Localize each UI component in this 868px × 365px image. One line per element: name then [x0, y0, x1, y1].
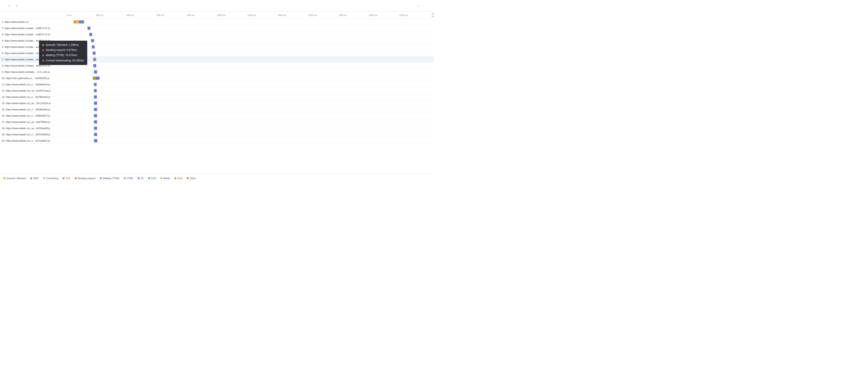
table-row[interactable]: 13. https://www.elastic.co/_n... 8a79ba4…	[0, 94, 434, 100]
bar-segment	[95, 71, 97, 74]
legend-dot	[175, 177, 176, 179]
time-tick: 1200 ms	[247, 14, 256, 16]
legend-item: Font	[175, 177, 182, 179]
legend-label: DNS	[33, 177, 38, 179]
resource-label: 9. https://www.elastic.co/static-...3.3.…	[0, 71, 69, 73]
table-row[interactable]: 5. https://www.elastic.co/stati... woff2…	[0, 44, 434, 50]
legend: Queued / BlockedDNSConnectingTLSSending …	[0, 174, 434, 182]
table-row[interactable]: 6. https://www.elastic.co/stati... woff2…	[0, 50, 434, 56]
resource-label: 8. https://www.elastic.co/stati... woff2…	[0, 64, 69, 67]
resource-bar	[94, 127, 97, 130]
resource-bar	[74, 20, 84, 24]
resource-label: 15. https://www.elastic.co/_n... 3628d16…	[0, 108, 69, 111]
table-row[interactable]: 16. https://www.elastic.co/_n... 405b938…	[0, 113, 434, 119]
legend-item: CSS	[148, 177, 156, 179]
table-row[interactable]: 9. https://www.elastic.co/static-...3.3.…	[0, 69, 434, 75]
legend-dot	[124, 177, 126, 179]
resource-bar	[94, 114, 97, 117]
bar-segment	[94, 64, 96, 67]
legend-label: Connecting	[46, 177, 58, 179]
table-row[interactable]: 4. https://www.elastic.co/stati... woff2…	[0, 37, 434, 44]
previous-check-link[interactable]: ‹	[418, 4, 420, 7]
table-row[interactable]: 19. https://www.elastic.co/_n... 9a7b796…	[0, 131, 434, 138]
table-row[interactable]: 3. https://www.elastic.co/stati... woff2…	[0, 31, 434, 37]
bar-segment	[75, 20, 79, 24]
resource-bar	[94, 71, 97, 74]
table-row[interactable]: 20. https://www.elastic.co/_n... b27ced6…	[0, 138, 434, 144]
resource-bar-area	[69, 69, 434, 75]
resource-label: 11. https://www.elastic.co/_n... a54a9e0…	[0, 83, 69, 86]
resource-label: 3. https://www.elastic.co/stati... woff2…	[0, 33, 69, 36]
bar-segment	[95, 108, 97, 111]
table-row[interactable]: 10. https://cdn.optimizely.co... 1329203…	[0, 75, 434, 81]
header: ‹ › ‹	[0, 0, 434, 11]
resource-label: 14. https://www.elastic.co/_ne...32c1d1b…	[0, 102, 69, 105]
legend-label: JS	[141, 177, 144, 179]
bar-segment	[74, 20, 75, 24]
resource-bar-area	[69, 81, 434, 87]
legend-label: Queued / Blocked	[6, 177, 26, 179]
legend-item: Waiting (TTFB)	[100, 177, 119, 179]
resource-bar-area	[69, 88, 434, 93]
table-row[interactable]: 2. https://www.elastic.co/stati... woff2…	[0, 25, 434, 31]
bar-segment	[92, 39, 94, 42]
resource-label: 2. https://www.elastic.co/stati... woff2…	[0, 27, 69, 29]
legend-item: Media	[160, 177, 170, 179]
time-tick: 0 ms	[67, 14, 72, 16]
bar-segment	[94, 58, 96, 61]
legend-dot	[100, 177, 102, 179]
bar-segment	[95, 95, 97, 99]
resource-bar	[94, 83, 97, 86]
resource-bar	[94, 108, 97, 111]
bar-segment	[80, 20, 83, 24]
legend-label: Font	[177, 177, 182, 179]
bar-segment	[95, 102, 97, 105]
resource-bar-area	[69, 37, 434, 44]
resource-bar-area	[69, 25, 434, 31]
table-row[interactable]: 11. https://www.elastic.co/_n... a54a9e0…	[0, 81, 434, 88]
timeline-container[interactable]: 0 ms200 ms400 ms600 ms800 ms1000 ms1200 …	[0, 11, 434, 174]
resource-bar-area	[69, 44, 434, 50]
table-row[interactable]: 1. https://www.elastic.co/	[0, 19, 434, 25]
bar-segment	[95, 83, 97, 86]
bar-segment	[95, 114, 97, 117]
legend-item: HTML	[124, 177, 133, 179]
bar-segment	[95, 120, 97, 123]
resource-label: 13. https://www.elastic.co/_n... 8a79ba4…	[0, 95, 69, 98]
table-row[interactable]: 14. https://www.elastic.co/_ne...32c1d1b…	[0, 100, 434, 106]
table-row[interactable]: 17. https://www.elastic.co/_ne...b2b70f9…	[0, 119, 434, 125]
bar-segment	[89, 27, 90, 30]
time-tick: 1400 ms	[278, 14, 286, 16]
resource-bar	[93, 77, 99, 80]
resource-bar	[94, 102, 97, 105]
table-row[interactable]: 12. https://www.elastic.co/_ne...6c0317c…	[0, 88, 434, 94]
next-step-button[interactable]: ›	[14, 3, 18, 8]
legend-label: Sending request	[78, 177, 95, 179]
resource-bar	[93, 64, 96, 67]
bar-segment	[95, 89, 97, 92]
main-content: 0 ms200 ms400 ms600 ms800 ms1000 ms1200 …	[0, 11, 434, 182]
resource-label: 20. https://www.elastic.co/_n... b27ced6…	[0, 139, 69, 142]
time-tick: 600 ms	[157, 14, 164, 16]
resource-bar	[92, 45, 95, 49]
resource-bar	[94, 89, 97, 92]
resource-bar-area	[69, 62, 434, 68]
table-row[interactable]: 8. https://www.elastic.co/stati... woff2…	[0, 62, 434, 69]
legend-item: DNS	[30, 177, 38, 179]
resource-bar	[88, 27, 90, 30]
prev-step-button[interactable]: ‹	[7, 3, 11, 8]
legend-label: Other	[190, 177, 196, 179]
resource-label: 6. https://www.elastic.co/stati... woff2…	[0, 52, 69, 55]
bar-segment	[93, 45, 95, 49]
table-row[interactable]: 15. https://www.elastic.co/_n... 3628d16…	[0, 106, 434, 113]
legend-dot	[75, 177, 76, 179]
table-row[interactable]: 18. https://www.elastic.co/_ne...fe293ea…	[0, 125, 434, 131]
resource-bar	[91, 39, 94, 42]
resource-bar-area	[69, 50, 434, 56]
resource-bar-area	[69, 125, 434, 131]
bar-segment	[95, 127, 97, 130]
resource-bar	[94, 95, 97, 99]
table-row[interactable]: 7. https://www.elastic.co/stati... woff2…	[0, 56, 434, 62]
bar-segment	[96, 77, 99, 80]
resource-bar	[93, 52, 95, 55]
